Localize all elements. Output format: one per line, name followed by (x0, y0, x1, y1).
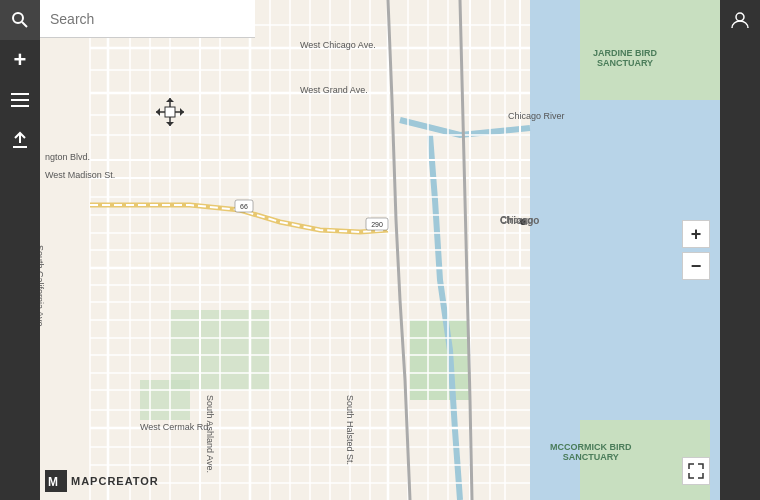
svg-point-0 (13, 13, 23, 23)
logo-icon: M (45, 470, 67, 492)
svg-text:290: 290 (371, 221, 383, 228)
user-button[interactable] (720, 0, 760, 40)
map-container[interactable]: 66 290 West Chicago Ave. West Grand Ave.… (40, 0, 720, 500)
search-input[interactable] (40, 0, 255, 37)
logo-text: MAPCREATOR (71, 475, 159, 487)
logo: M MAPCREATOR (45, 470, 159, 492)
zoom-controls: + − (682, 220, 710, 280)
expand-button[interactable] (682, 457, 710, 485)
svg-text:66: 66 (240, 203, 248, 210)
svg-text:M: M (48, 475, 58, 489)
svg-line-1 (22, 22, 27, 27)
zoom-out-button[interactable]: − (682, 252, 710, 280)
svg-rect-71 (165, 107, 175, 117)
left-sidebar: + (0, 0, 40, 500)
svg-marker-67 (166, 98, 174, 102)
svg-point-64 (520, 219, 526, 225)
layers-button[interactable] (0, 80, 40, 120)
search-bar (40, 0, 255, 38)
search-button[interactable] (0, 0, 40, 40)
zoom-in-map-button[interactable]: + (0, 40, 40, 80)
svg-point-6 (736, 13, 744, 21)
svg-rect-12 (140, 380, 190, 420)
zoom-in-button[interactable]: + (682, 220, 710, 248)
right-sidebar (720, 0, 760, 500)
upload-button[interactable] (0, 120, 40, 160)
svg-marker-68 (166, 122, 174, 126)
svg-rect-8 (580, 0, 720, 100)
svg-rect-10 (410, 320, 470, 400)
